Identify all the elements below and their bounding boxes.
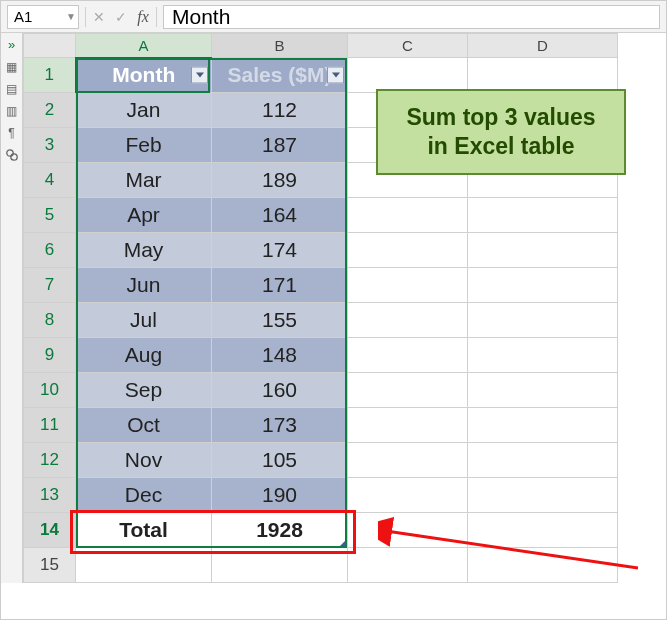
cell[interactable] [76, 548, 212, 583]
cell[interactable] [348, 478, 468, 513]
cell[interactable]: Oct [76, 408, 212, 443]
row-header[interactable]: 10 [24, 373, 76, 408]
table-row: 15 [24, 548, 618, 583]
cell[interactable] [468, 233, 618, 268]
cell[interactable]: 190 [212, 478, 348, 513]
cell[interactable]: 174 [212, 233, 348, 268]
cell[interactable] [348, 198, 468, 233]
enter-icon: ✓ [110, 5, 132, 29]
cell[interactable]: 155 [212, 303, 348, 338]
cell[interactable]: 189 [212, 163, 348, 198]
total-label-cell[interactable]: Total [76, 513, 212, 548]
table-row: 6May174 [24, 233, 618, 268]
cell[interactable]: Jan [76, 93, 212, 128]
cell[interactable]: May [76, 233, 212, 268]
cell[interactable] [212, 548, 348, 583]
row-header[interactable]: 9 [24, 338, 76, 373]
rail-sheet-icon[interactable]: ▥ [4, 104, 20, 118]
total-value-cell[interactable]: 1928 [212, 513, 348, 548]
formula-input[interactable]: Month [163, 5, 660, 29]
name-box[interactable]: A1 ▼ [7, 5, 79, 29]
rail-text-icon[interactable]: ¶ [4, 126, 20, 140]
cell[interactable]: Sep [76, 373, 212, 408]
expand-pane-icon[interactable]: » [8, 37, 15, 52]
cell[interactable] [468, 303, 618, 338]
cell[interactable] [348, 338, 468, 373]
cell[interactable] [468, 58, 618, 93]
row-header[interactable]: 14 [24, 513, 76, 548]
cell[interactable] [468, 198, 618, 233]
column-header-C[interactable]: C [348, 34, 468, 58]
cell[interactable] [468, 478, 618, 513]
cell[interactable]: 173 [212, 408, 348, 443]
cell[interactable] [468, 548, 618, 583]
filter-dropdown-icon[interactable] [191, 67, 208, 84]
callout-box: Sum top 3 values in Excel table [376, 89, 626, 175]
cell[interactable] [468, 338, 618, 373]
fx-icon[interactable]: fx [132, 5, 154, 29]
cell[interactable]: Aug [76, 338, 212, 373]
cell[interactable]: 187 [212, 128, 348, 163]
cell[interactable] [348, 443, 468, 478]
select-all-corner[interactable] [24, 34, 76, 58]
cell[interactable]: Jun [76, 268, 212, 303]
table-resize-handle-icon[interactable] [339, 539, 346, 546]
cell[interactable] [468, 443, 618, 478]
cell[interactable] [348, 513, 468, 548]
rail-find-icon[interactable] [4, 148, 20, 162]
cell[interactable] [348, 408, 468, 443]
cell[interactable] [348, 303, 468, 338]
cell[interactable] [468, 373, 618, 408]
table-header-month[interactable]: Month [76, 58, 212, 93]
table-row: 7Jun171 [24, 268, 618, 303]
formula-bar: A1 ▼ ✕ ✓ fx Month [1, 1, 666, 33]
cell[interactable]: 148 [212, 338, 348, 373]
cell[interactable]: Nov [76, 443, 212, 478]
cell[interactable] [348, 548, 468, 583]
cell[interactable] [468, 268, 618, 303]
table-row: 9Aug148 [24, 338, 618, 373]
row-header[interactable]: 6 [24, 233, 76, 268]
column-header-B[interactable]: B [212, 34, 348, 58]
row-header[interactable]: 15 [24, 548, 76, 583]
row-header[interactable]: 3 [24, 128, 76, 163]
cell[interactable]: Feb [76, 128, 212, 163]
cell[interactable]: Jul [76, 303, 212, 338]
cell[interactable]: 105 [212, 443, 348, 478]
name-box-dropdown-icon[interactable]: ▼ [66, 11, 76, 22]
table-header-sales[interactable]: Sales ($M) [212, 58, 348, 93]
cell[interactable]: Mar [76, 163, 212, 198]
cell[interactable] [468, 408, 618, 443]
row-header[interactable]: 4 [24, 163, 76, 198]
filter-dropdown-icon[interactable] [327, 67, 344, 84]
row-header[interactable]: 2 [24, 93, 76, 128]
cell[interactable]: 171 [212, 268, 348, 303]
cell[interactable] [468, 513, 618, 548]
cell[interactable]: Dec [76, 478, 212, 513]
cell[interactable] [348, 373, 468, 408]
cell[interactable]: Apr [76, 198, 212, 233]
row-header[interactable]: 8 [24, 303, 76, 338]
rail-pivot-icon[interactable]: ▤ [4, 82, 20, 96]
svg-point-1 [10, 154, 16, 160]
cell[interactable] [348, 268, 468, 303]
row-header[interactable]: 12 [24, 443, 76, 478]
cell[interactable]: 164 [212, 198, 348, 233]
cell[interactable] [348, 233, 468, 268]
row-header[interactable]: 1 [24, 58, 76, 93]
table-row: 13Dec190 [24, 478, 618, 513]
cell[interactable]: 112 [212, 93, 348, 128]
column-header-D[interactable]: D [468, 34, 618, 58]
cell[interactable]: 160 [212, 373, 348, 408]
table-row: 1 Month Sales ($M) [24, 58, 618, 93]
table-row: 10Sep160 [24, 373, 618, 408]
row-header[interactable]: 7 [24, 268, 76, 303]
cell[interactable] [348, 58, 468, 93]
row-header[interactable]: 5 [24, 198, 76, 233]
column-headers: A B C D [24, 34, 618, 58]
left-rail: » ▦ ▤ ▥ ¶ [1, 33, 23, 583]
row-header[interactable]: 13 [24, 478, 76, 513]
row-header[interactable]: 11 [24, 408, 76, 443]
rail-table-icon[interactable]: ▦ [4, 60, 20, 74]
column-header-A[interactable]: A [76, 34, 212, 58]
